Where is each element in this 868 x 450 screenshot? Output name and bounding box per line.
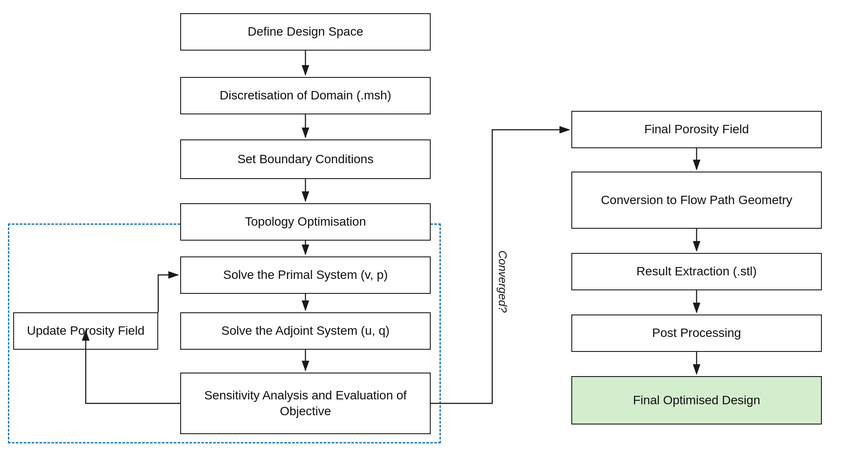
post-processing-box: Post Processing	[571, 315, 822, 352]
solve-primal-box: Solve the Primal System (v, p)	[180, 256, 431, 294]
svg-text:Converged?: Converged?	[496, 250, 509, 313]
result-extraction-box: Result Extraction (.stl)	[571, 253, 822, 290]
final-porosity-box: Final Porosity Field	[571, 111, 822, 148]
set-boundary-box: Set Boundary Conditions	[180, 139, 431, 179]
diagram-container: Define Design Space Discretisation of Do…	[0, 0, 868, 450]
discretisation-box: Discretisation of Domain (.msh)	[180, 77, 431, 114]
solve-adjoint-box: Solve the Adjoint System (u, q)	[180, 312, 431, 350]
sensitivity-box: Sensitivity Analysis and Evaluation of O…	[180, 373, 431, 434]
define-design-space-box: Define Design Space	[180, 13, 431, 51]
conversion-box: Conversion to Flow Path Geometry	[571, 172, 822, 229]
update-porosity-box: Update Porosity Field	[13, 312, 158, 350]
topology-box: Topology Optimisation	[180, 203, 431, 241]
final-optimised-box: Final Optimised Design	[571, 376, 822, 424]
